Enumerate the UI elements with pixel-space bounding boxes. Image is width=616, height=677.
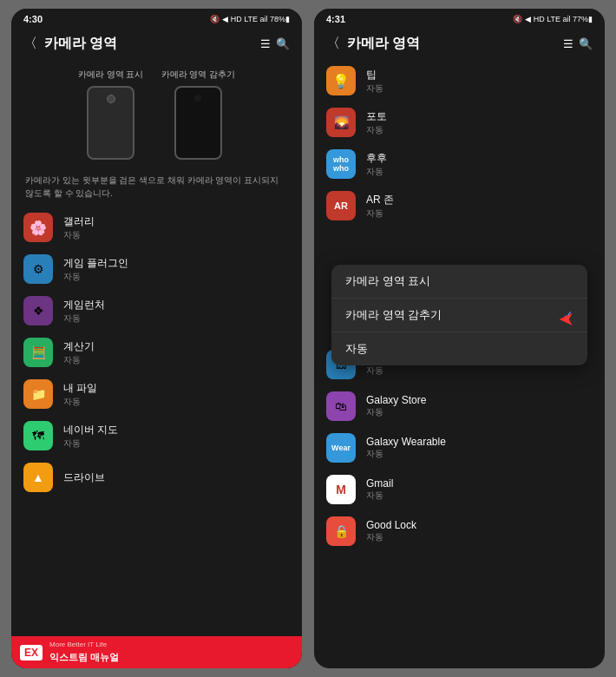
galaxystore-icon: 🛍 — [326, 391, 356, 421]
left-app-list: 🌸 갤러리 자동 ⚙ 게임 플러그인 자동 ❖ 게임런처 자동 — [11, 207, 302, 498]
red-arrow-icon: ➤ — [559, 308, 574, 331]
list-item[interactable]: whowho 후후 자동 — [314, 143, 605, 185]
watermark-main-text: 익스트림 매뉴얼 — [49, 652, 119, 662]
navermap-icon: 🗺 — [23, 421, 53, 450]
left-status-bar: 4:30 🔇 ◀ HD LTE ail 78%▮ — [11, 9, 302, 28]
dropdown-auto-label: 자동 — [345, 341, 368, 357]
left-phone: 4:30 🔇 ◀ HD LTE ail 78%▮ 〈 카메라 영역 ☰ 🔍 카메… — [11, 9, 302, 668]
hide-phone-mockup — [174, 86, 222, 160]
watermark-text-block: More Better IT Life 익스트림 매뉴얼 — [49, 641, 119, 664]
list-item[interactable]: 🌸 갤러리 자동 — [11, 207, 302, 248]
right-header-icon[interactable]: ☰ — [563, 37, 573, 50]
right-time: 4:31 — [326, 14, 345, 24]
camera-preview-section: 카메라 영역 표시 카메라 영역 감추기 — [11, 60, 302, 168]
right-header: 〈 카메라 영역 ☰ 🔍 — [314, 28, 605, 60]
hide-preview-item: 카메라 영역 감추기 — [161, 69, 236, 160]
photo-icon: 🌄 — [326, 108, 356, 137]
calculator-icon: 🧮 — [23, 338, 53, 367]
list-item[interactable]: 🧮 계산기 자동 — [11, 332, 302, 373]
right-phone: 4:31 🔇 ◀ HD LTE ail 77%▮ 〈 카메라 영역 ☰ 🔍 💡 … — [314, 9, 605, 668]
left-header: 〈 카메라 영역 ☰ 🔍 — [11, 28, 302, 60]
myfiles-icon: 📁 — [23, 379, 53, 409]
left-status-icons: 🔇 ◀ HD LTE ail 78%▮ — [210, 15, 290, 23]
left-back-button[interactable]: 〈 — [23, 35, 37, 53]
left-time: 4:30 — [23, 14, 43, 24]
list-item[interactable]: ⚙ 게임 플러그인 자동 — [11, 248, 302, 290]
camera-area-dropdown[interactable]: 카메라 영역 표시 카메라 영역 감추기 ✓ 자동 — [331, 265, 587, 365]
gmail-icon: M — [326, 475, 356, 504]
right-status-icons: 🔇 ◀ HD LTE ail 77%▮ — [513, 15, 593, 23]
watermark-sub: More Better IT Life — [49, 641, 119, 648]
show-preview-item: 카메라 영역 표시 — [78, 69, 144, 160]
right-app-list-below: 🗂 Empty Folder Cleaner 자동 🛍 Galaxy Store… — [314, 344, 605, 552]
dropdown-auto-item[interactable]: 자동 — [331, 332, 587, 365]
right-back-button[interactable]: 〈 — [326, 35, 340, 53]
show-preview-label: 카메라 영역 표시 — [78, 69, 144, 81]
list-item[interactable]: 🛍 Galaxy Store 자동 — [314, 385, 605, 427]
drive-icon: ▲ — [23, 463, 53, 492]
list-item[interactable]: 📁 내 파일 자동 — [11, 373, 302, 415]
list-item[interactable]: 🗺 네이버 지도 자동 — [11, 415, 302, 457]
show-phone-mockup — [87, 86, 134, 160]
galaxywearable-icon: Wear — [326, 433, 356, 463]
arzone-icon: AR — [326, 191, 356, 220]
dropdown-hide-label: 카메라 영역 감추기 — [345, 307, 442, 323]
list-item[interactable]: M Gmail 자동 — [314, 469, 605, 510]
right-search-icon[interactable]: 🔍 — [579, 37, 593, 50]
whowho-icon: whowho — [326, 149, 356, 179]
gameplugin-icon: ⚙ — [23, 254, 53, 284]
camera-description: 카메라가 있는 윗부분을 검은 색으로 채워 카메라 영역이 표시되지 않도록 … — [11, 168, 302, 207]
left-page-title: 카메라 영역 — [44, 35, 260, 53]
right-app-list-above: 💡 팁 자동 🌄 포토 자동 whowho 후후 자동 — [314, 60, 605, 227]
list-item[interactable]: Wear Galaxy Wearable 자동 — [314, 427, 605, 469]
watermark-bar: EX More Better IT Life 익스트림 매뉴얼 — [11, 636, 302, 668]
gamelauncher-icon: ❖ — [23, 296, 53, 325]
watermark-logo: EX — [20, 645, 43, 661]
gallery-sub: 자동 — [63, 229, 95, 241]
right-page-title: 카메라 영역 — [347, 35, 563, 53]
gallery-name: 갤러리 — [63, 214, 95, 229]
right-status-bar: 4:31 🔇 ◀ HD LTE ail 77%▮ — [314, 9, 605, 28]
dropdown-hide-item[interactable]: 카메라 영역 감추기 ✓ — [331, 299, 587, 332]
gallery-icon: 🌸 — [23, 213, 53, 242]
left-search-icon[interactable]: 🔍 — [276, 37, 290, 50]
goodlock-icon: 🔒 — [326, 516, 356, 546]
gameplugin-name: 게임 플러그인 — [63, 256, 128, 271]
list-item[interactable]: AR AR 존 자동 — [314, 185, 605, 227]
dropdown-show-label: 카메라 영역 표시 — [345, 273, 430, 289]
hide-preview-label: 카메라 영역 감추기 — [161, 69, 236, 81]
tip-icon: 💡 — [326, 66, 356, 95]
list-item[interactable]: ❖ 게임런처 자동 — [11, 290, 302, 332]
list-item[interactable]: ▲ 드라이브 — [11, 457, 302, 498]
left-header-icon[interactable]: ☰ — [260, 37, 271, 50]
list-item[interactable]: 💡 팁 자동 — [314, 60, 605, 102]
dropdown-show-item[interactable]: 카메라 영역 표시 — [331, 265, 587, 299]
list-item[interactable]: 🔒 Good Lock 자동 — [314, 510, 605, 552]
list-item[interactable]: 🌄 포토 자동 — [314, 102, 605, 143]
